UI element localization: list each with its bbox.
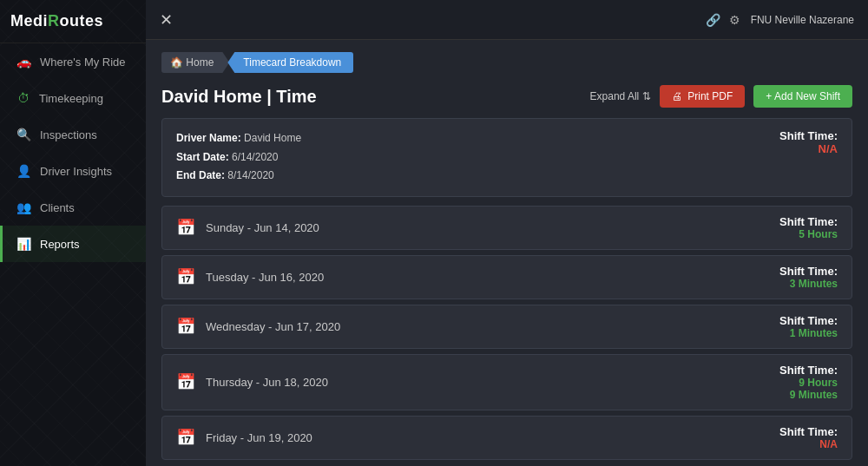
- shift-time-value-2: 1 Minutes: [779, 327, 838, 339]
- topbar-right: 🔗 ⚙ FNU Neville Nazerane: [706, 13, 854, 27]
- shift-time-label-3: Shift Time:: [779, 364, 838, 377]
- add-shift-button[interactable]: + Add New Shift: [753, 85, 852, 108]
- sort-icon: ⇅: [642, 90, 651, 102]
- shift-time-label-0: Shift Time:: [779, 215, 838, 228]
- main-content: ✕ 🔗 ⚙ FNU Neville Nazerane 🏠 Home Timeca…: [146, 0, 868, 466]
- gear-icon[interactable]: ⚙: [729, 13, 740, 27]
- shift-row-left-0: 📅 Sunday - Jun 14, 2020: [176, 218, 319, 237]
- shift-row-left-3: 📅 Thursday - Jun 18, 2020: [176, 372, 328, 391]
- page-title: David Home | Time: [161, 87, 317, 107]
- shift-time-value1-3: 9 Hours: [779, 377, 838, 389]
- calendar-icon-2: 📅: [176, 317, 195, 336]
- breadcrumb: 🏠 Home Timecard Breakdown: [161, 52, 852, 73]
- wheres-my-ride-icon: 🚗: [16, 55, 31, 69]
- clients-icon: 👥: [16, 200, 31, 214]
- reports-label: Reports: [40, 238, 80, 251]
- shift-row-right-1: Shift Time: 3 Minutes: [779, 265, 838, 290]
- driver-info-left: Driver Name: David Home Start Date: 6/14…: [176, 129, 301, 186]
- sidebar: MediRoutes 🚗 Where's My Ride ⏱ Timekeepi…: [0, 0, 146, 466]
- sidebar-item-wheres-my-ride[interactable]: 🚗 Where's My Ride: [0, 43, 146, 80]
- sidebar-item-reports[interactable]: 📊 Reports: [0, 226, 146, 262]
- header-actions: Expand All ⇅ 🖨 Print PDF + Add New Shift: [590, 85, 852, 108]
- driver-name-value: David Home: [244, 132, 301, 144]
- shift-date-3: Thursday - Jun 18, 2020: [206, 376, 328, 389]
- end-date-row: End Date: 8/14/2020: [176, 167, 301, 186]
- content-area: 🏠 Home Timecard Breakdown David Home | T…: [146, 40, 868, 466]
- driver-name-row: Driver Name: David Home: [176, 129, 301, 148]
- start-date-value: 6/14/2020: [232, 151, 278, 163]
- logo: MediRoutes: [10, 12, 135, 30]
- shift-date-4: Friday - Jun 19, 2020: [206, 431, 312, 444]
- driver-insights-icon: 👤: [16, 164, 31, 178]
- shift-date-0: Sunday - Jun 14, 2020: [206, 221, 319, 234]
- shift-row[interactable]: 📅 Wednesday - Jun 17, 2020 Shift Time: 1…: [161, 305, 852, 349]
- shift-date-2: Wednesday - Jun 17, 2020: [206, 320, 340, 333]
- topbar-left: ✕: [160, 12, 173, 28]
- driver-info-card: Driver Name: David Home Start Date: 6/14…: [161, 118, 852, 197]
- reports-icon: 📊: [16, 237, 31, 251]
- clients-label: Clients: [40, 201, 75, 214]
- end-date-label: End Date:: [176, 169, 227, 181]
- wheres-my-ride-label: Where's My Ride: [40, 56, 126, 69]
- shift-row[interactable]: 📅 Sunday - Jun 14, 2020 Shift Time: 5 Ho…: [161, 206, 852, 250]
- shift-time-value2-3: 9 Minutes: [779, 389, 838, 401]
- shift-row-right-2: Shift Time: 1 Minutes: [779, 314, 838, 339]
- print-label: Print PDF: [687, 90, 733, 102]
- driver-shift-time-value: N/A: [779, 142, 838, 155]
- start-date-label: Start Date:: [176, 151, 232, 163]
- inspections-label: Inspections: [40, 128, 97, 141]
- shift-time-label-1: Shift Time:: [779, 265, 838, 278]
- shift-time-label-4: Shift Time:: [779, 425, 838, 438]
- logo-area: MediRoutes: [0, 0, 146, 43]
- shift-time-value-4: N/A: [779, 438, 838, 450]
- shift-row-right-3: Shift Time: 9 Hours 9 Minutes: [779, 364, 838, 401]
- topbar-icons: 🔗 ⚙: [706, 13, 740, 27]
- user-name: FNU Neville Nazerane: [751, 14, 854, 26]
- shift-row[interactable]: 📅 Friday - Jun 19, 2020 Shift Time: N/A: [161, 416, 852, 460]
- sidebar-item-driver-insights[interactable]: 👤 Driver Insights: [0, 153, 146, 189]
- shift-row-right-4: Shift Time: N/A: [779, 425, 838, 450]
- inspections-icon: 🔍: [16, 128, 31, 141]
- shift-date-1: Tuesday - Jun 16, 2020: [206, 271, 324, 284]
- shift-row-left-1: 📅 Tuesday - Jun 16, 2020: [176, 267, 324, 286]
- page-header: David Home | Time Expand All ⇅ 🖨 Print P…: [161, 85, 852, 108]
- shift-row-left-2: 📅 Wednesday - Jun 17, 2020: [176, 317, 340, 336]
- shift-time-label-2: Shift Time:: [779, 314, 838, 327]
- driver-info-right: Shift Time: N/A: [779, 129, 838, 155]
- calendar-icon-1: 📅: [176, 267, 195, 286]
- calendar-icon-3: 📅: [176, 372, 195, 391]
- topbar: ✕ 🔗 ⚙ FNU Neville Nazerane: [146, 0, 868, 40]
- close-button[interactable]: ✕: [160, 12, 173, 28]
- print-pdf-button[interactable]: 🖨 Print PDF: [660, 85, 745, 108]
- shift-row[interactable]: 📅 Tuesday - Jun 16, 2020 Shift Time: 3 M…: [161, 255, 852, 299]
- driver-name-label: Driver Name:: [176, 132, 244, 144]
- sidebar-item-clients[interactable]: 👥 Clients: [0, 189, 146, 226]
- timekeeping-icon: ⏱: [16, 91, 30, 105]
- shift-row-right-0: Shift Time: 5 Hours: [779, 215, 838, 240]
- shift-time-value-1: 3 Minutes: [779, 278, 838, 290]
- driver-insights-label: Driver Insights: [40, 165, 112, 178]
- expand-all-label: Expand All: [590, 90, 640, 102]
- add-shift-label: + Add New Shift: [766, 90, 840, 102]
- end-date-value: 8/14/2020: [227, 169, 273, 181]
- driver-shift-time-label: Shift Time:: [779, 129, 838, 142]
- expand-all-button[interactable]: Expand All ⇅: [590, 90, 652, 102]
- shift-row[interactable]: 📅 Thursday - Jun 18, 2020 Shift Time: 9 …: [161, 354, 852, 410]
- shift-time-value-0: 5 Hours: [779, 228, 838, 240]
- breadcrumb-home[interactable]: 🏠 Home: [161, 52, 229, 73]
- calendar-icon-4: 📅: [176, 428, 195, 447]
- settings-icon[interactable]: 🔗: [706, 13, 720, 27]
- calendar-icon-0: 📅: [176, 218, 195, 237]
- shift-row-left-4: 📅 Friday - Jun 19, 2020: [176, 428, 312, 447]
- start-date-row: Start Date: 6/14/2020: [176, 148, 301, 167]
- timekeeping-label: Timekeeping: [39, 92, 103, 105]
- sidebar-item-inspections[interactable]: 🔍 Inspections: [0, 116, 146, 153]
- print-icon: 🖨: [672, 90, 682, 102]
- breadcrumb-active: Timecard Breakdown: [227, 52, 353, 73]
- sidebar-item-timekeeping[interactable]: ⏱ Timekeeping: [0, 80, 146, 116]
